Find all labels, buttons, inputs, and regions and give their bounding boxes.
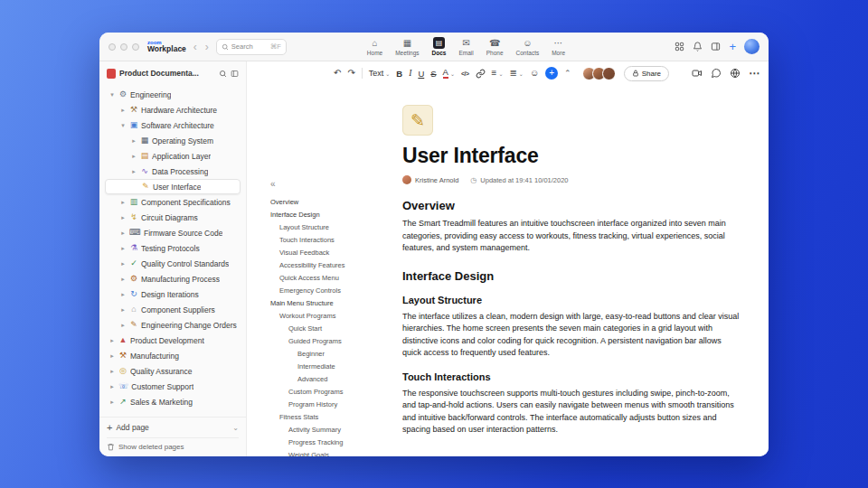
chevron-right-icon[interactable]: ▸: [119, 276, 127, 283]
toc-item-weight-goals[interactable]: Weight Goals: [270, 448, 397, 456]
chevron-right-icon[interactable]: ▸: [119, 322, 127, 329]
toc-item-beginner[interactable]: Beginner: [270, 347, 397, 360]
more-options-icon[interactable]: ⋯: [749, 68, 760, 79]
chevron-right-icon[interactable]: ▸: [108, 368, 116, 375]
tab-email[interactable]: ✉Email: [454, 35, 477, 58]
list-button[interactable]: ≡⌄: [492, 66, 504, 80]
sidebar-item-product-development[interactable]: ▸▲Product Development: [105, 333, 241, 348]
sidebar-item-manufacturing[interactable]: ▸⚒Manufacturing: [105, 348, 241, 363]
toc-item-progress-tracking[interactable]: Progress Tracking: [270, 436, 397, 448]
tab-more[interactable]: ⋯More: [547, 35, 570, 58]
sidebar-item-quality-assurance[interactable]: ▸◎Quality Assurance: [105, 363, 241, 379]
bold-button[interactable]: B: [396, 66, 402, 80]
toc-item-accessibility-features[interactable]: Accessibility Features: [270, 258, 397, 271]
sidebar-item-application-layer[interactable]: ▸▤Application Layer: [105, 148, 241, 164]
sidebar-item-customer-support[interactable]: ▸☏Customer Support: [105, 379, 241, 394]
underline-button[interactable]: U: [418, 66, 424, 80]
tab-docs[interactable]: ▤Docs: [428, 35, 451, 58]
globe-icon[interactable]: [730, 68, 741, 79]
font-color-button[interactable]: A⌄: [443, 66, 455, 80]
toc-item-emergency-controls[interactable]: Emergency Controls: [270, 284, 397, 296]
chevron-right-icon[interactable]: ▸: [119, 230, 127, 237]
chevron-right-icon[interactable]: ▸: [119, 214, 127, 221]
global-search[interactable]: Search ⌘F: [216, 39, 287, 55]
sidebar-item-engineering[interactable]: ▾⚙Engineering: [105, 87, 241, 102]
sidebar-item-engineering-change-orders[interactable]: ▸✎Engineering Change Orders: [105, 317, 241, 333]
collaborator-avatar[interactable]: [602, 67, 616, 80]
toc-item-interface-design[interactable]: Interface Design: [270, 208, 397, 221]
sidebar-item-firmware-source-code[interactable]: ▸⌨Firmware Source Code: [105, 225, 241, 240]
sidebar-item-hardware-architecture[interactable]: ▸⚒Hardware Architecture: [105, 102, 241, 117]
chevron-right-icon[interactable]: ▸: [130, 137, 137, 145]
doc-content[interactable]: ✎ User Interface Kristine Arnold ◷ Updat…: [402, 85, 741, 456]
chevron-down-icon[interactable]: ▾: [119, 122, 127, 129]
chevron-right-icon[interactable]: ▸: [119, 199, 127, 206]
toc-item-fitness-stats[interactable]: Fitness Stats: [270, 410, 397, 423]
add-page-button[interactable]: + Add page ⌄: [107, 420, 239, 435]
strikethrough-button[interactable]: S: [430, 66, 436, 80]
align-button[interactable]: ≣⌄: [509, 66, 523, 80]
sidebar-item-design-iterations[interactable]: ▸↻Design Iterations: [105, 286, 241, 302]
chevron-down-icon[interactable]: ▾: [108, 91, 116, 99]
sidebar-item-sales-marketing[interactable]: ▸↗Sales & Marketing: [105, 394, 241, 409]
tab-phone[interactable]: ☎Phone: [482, 35, 508, 58]
chevron-right-icon[interactable]: ▸: [119, 245, 127, 252]
new-plus-button[interactable]: +: [729, 41, 736, 52]
sidebar-item-software-architecture[interactable]: ▾▣Software Architecture: [105, 117, 241, 133]
comment-icon[interactable]: [711, 68, 722, 79]
sidebar-item-user-interface[interactable]: ✎User Interface: [105, 179, 241, 194]
chevron-right-icon[interactable]: ▸: [108, 337, 116, 344]
notifications-bell-icon[interactable]: [693, 42, 703, 52]
collapse-toolbar-button[interactable]: ⌃: [564, 66, 571, 80]
chevron-right-icon[interactable]: ▸: [130, 153, 137, 160]
sidebar-item-operating-system[interactable]: ▸▦Operating System: [105, 133, 241, 148]
toc-item-overview[interactable]: Overview: [270, 195, 397, 208]
redo-button[interactable]: ↷: [347, 66, 354, 80]
show-deleted-button[interactable]: Show deleted pages: [107, 437, 239, 452]
toc-item-main-menu-structure[interactable]: Main Menu Structure: [270, 296, 397, 309]
toc-item-guided-programs[interactable]: Guided Programs: [270, 334, 397, 347]
video-camera-icon[interactable]: [692, 68, 703, 79]
share-button[interactable]: Share: [624, 66, 669, 81]
sidebar-item-quality-control-standards[interactable]: ▸✓Quality Control Standards: [105, 256, 241, 271]
sidebar-item-manufacturing-process[interactable]: ▸⚙Manufacturing Process: [105, 271, 241, 286]
toc-item-quick-access-menu[interactable]: Quick Access Menu: [270, 271, 397, 284]
chevron-right-icon[interactable]: ▸: [119, 291, 127, 298]
sidebar-item-component-suppliers[interactable]: ▸⌂Component Suppliers: [105, 302, 241, 317]
sidebar-item-testing-protocols[interactable]: ▸⚗Testing Protocols: [105, 240, 241, 256]
toc-item-quick-start[interactable]: Quick Start: [270, 322, 397, 334]
toc-item-advanced[interactable]: Advanced: [270, 372, 397, 385]
link-button[interactable]: [476, 66, 486, 80]
italic-button[interactable]: I: [409, 66, 411, 80]
toc-item-touch-interactions[interactable]: Touch Interactions: [270, 233, 397, 246]
toc-item-custom-programs[interactable]: Custom Programs: [270, 385, 397, 398]
chevron-right-icon[interactable]: ▸: [108, 352, 116, 360]
text-style-button[interactable]: Text⌄: [369, 66, 391, 80]
chevron-right-icon[interactable]: ▸: [119, 306, 127, 314]
doc-title[interactable]: User Interface: [402, 144, 741, 168]
doc-emoji[interactable]: ✎: [402, 105, 433, 136]
toc-item-activity-summary[interactable]: Activity Summary: [270, 423, 397, 436]
panel-toggle-icon[interactable]: [711, 42, 721, 52]
tab-home[interactable]: ⌂Home: [363, 35, 387, 58]
toc-item-intermediate[interactable]: Intermediate: [270, 360, 397, 372]
back-button[interactable]: ‹: [193, 42, 198, 52]
chevron-right-icon[interactable]: ▸: [108, 383, 116, 390]
sidebar-item-circuit-diagrams[interactable]: ▸↯Circuit Diagrams: [105, 210, 241, 225]
apps-grid-icon[interactable]: [675, 42, 684, 52]
sidebar-search-icon[interactable]: [219, 70, 227, 78]
toc-collapse-button[interactable]: «: [270, 179, 397, 189]
chevron-right-icon[interactable]: ▸: [119, 260, 127, 267]
toc-item-program-history[interactable]: Program History: [270, 398, 397, 410]
minimize-button[interactable]: [120, 43, 127, 51]
undo-button[interactable]: ↶: [334, 66, 341, 80]
sidebar-item-data-processing[interactable]: ▸∿Data Processing: [105, 164, 241, 179]
code-button[interactable]: </>: [461, 66, 469, 80]
chevron-right-icon[interactable]: ▸: [108, 399, 116, 406]
chevron-down-icon[interactable]: ⌄: [232, 424, 239, 432]
toc-item-visual-feedback[interactable]: Visual Feedback: [270, 246, 397, 258]
close-button[interactable]: [108, 43, 116, 51]
sidebar-collapse-icon[interactable]: [231, 70, 239, 78]
workspace-title[interactable]: Product Documenta...: [119, 69, 215, 78]
tab-meetings[interactable]: ▦Meetings: [391, 35, 423, 58]
